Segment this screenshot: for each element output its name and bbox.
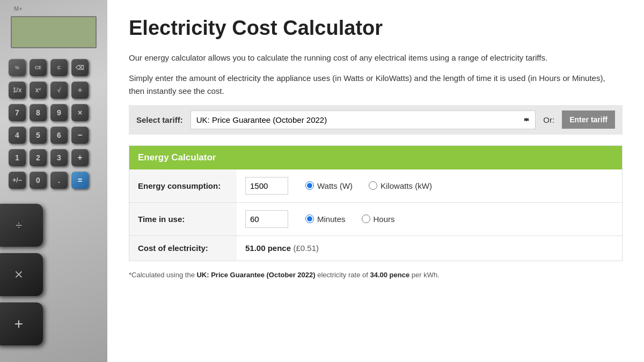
energy-radio-group: Watts (W) Kilowatts (kW) <box>305 181 613 190</box>
energy-consumption-input[interactable] <box>245 177 288 195</box>
calculator-header: Energy Calculator <box>129 146 622 169</box>
time-input[interactable] <box>245 210 288 228</box>
table-row: Energy consumption: Watts (W) <box>129 169 622 203</box>
calculator-table: Energy consumption: Watts (W) <box>129 169 622 261</box>
kilowatts-radio[interactable] <box>369 181 377 190</box>
enter-tariff-button[interactable]: Enter tariff <box>562 110 615 129</box>
minutes-radio[interactable] <box>305 215 314 223</box>
hours-radio[interactable] <box>362 215 370 223</box>
footnote-tariff-name: UK: Price Guarantee (October 2022) <box>196 271 315 279</box>
hours-label: Hours <box>374 215 395 224</box>
table-row: Cost of electricity: 51.00 pence (£0.51) <box>129 235 622 261</box>
table-row: Time in use: Minutes Hours <box>129 202 622 235</box>
cost-secondary-value: (£0.51) <box>294 243 319 253</box>
minutes-option[interactable]: Minutes <box>305 215 346 224</box>
cost-value-cell: 51.00 pence (£0.51) <box>237 235 622 261</box>
energy-calculator-section: Energy Calculator Energy consumption: Wa… <box>129 145 623 261</box>
time-radio-group: Minutes Hours <box>305 215 613 224</box>
energy-consumption-label: Energy consumption: <box>129 169 237 203</box>
time-input-cell <box>237 202 297 235</box>
or-label: Or: <box>543 115 554 124</box>
description-1: Our energy calculator allows you to calc… <box>129 51 623 64</box>
cost-main-value: 51.00 pence <box>245 243 291 253</box>
time-unit-options: Minutes Hours <box>297 202 622 235</box>
page-title: Electricity Cost Calculator <box>129 16 623 41</box>
kilowatts-label: Kilowatts (kW) <box>380 181 432 190</box>
footnote: *Calculated using the UK: Price Guarante… <box>129 270 623 280</box>
calculator-header-text: Energy Calculator <box>138 152 216 162</box>
cost-label: Cost of electricity: <box>129 235 237 261</box>
tariff-row: Select tariff: UK: Price Guarantee (Octo… <box>129 105 623 135</box>
watts-label: Watts (W) <box>317 181 353 190</box>
tariff-select[interactable]: UK: Price Guarantee (October 2022) UK: S… <box>191 110 536 129</box>
kilowatts-option[interactable]: Kilowatts (kW) <box>369 181 432 190</box>
footnote-rate: 34.00 pence <box>370 271 409 279</box>
time-in-use-label: Time in use: <box>129 202 237 235</box>
watts-radio[interactable] <box>305 181 314 190</box>
decorative-calculator-image: M+ % CE C ⌫ 1/x x² √ ÷ 7 8 9 × <box>0 0 107 362</box>
tariff-label: Select tariff: <box>136 115 183 124</box>
hours-option[interactable]: Hours <box>362 215 395 224</box>
minutes-label: Minutes <box>317 215 346 224</box>
watts-option[interactable]: Watts (W) <box>305 181 353 190</box>
energy-consumption-input-cell <box>237 169 297 203</box>
main-content: Electricity Cost Calculator Our energy c… <box>107 0 644 362</box>
energy-unit-options: Watts (W) Kilowatts (kW) <box>297 169 622 203</box>
description-2: Simply enter the amount of electricity t… <box>129 72 623 98</box>
